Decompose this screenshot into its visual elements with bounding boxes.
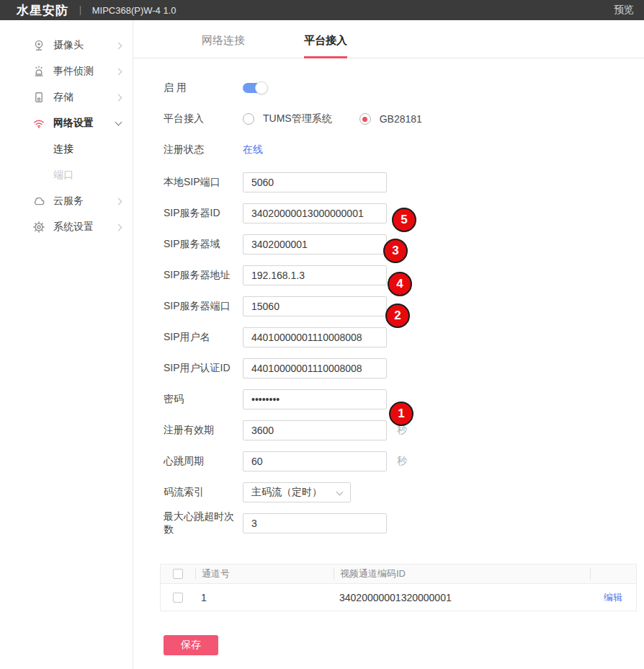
radio-tums-label: TUMS管理系统 [263, 112, 332, 125]
sip-server-domain-input[interactable] [243, 234, 387, 254]
sidebar: 摄像头 事件侦测 存储 网络设置 连接 端口 [0, 20, 133, 669]
radio-gb28181[interactable] [359, 113, 371, 125]
gear-icon [32, 221, 45, 234]
sidebar-item-network-settings[interactable]: 网络设置 [0, 110, 133, 136]
channel-number-cell: 1 [195, 592, 334, 603]
row-checkbox[interactable] [173, 593, 183, 603]
brand-logo: 水星安防 [17, 2, 68, 19]
chevron-right-icon [115, 223, 122, 231]
field-label: SIP用户名 [164, 331, 243, 344]
annotation-badge-5: 5 [392, 208, 416, 232]
field-label: 最大心跳超时次数 [164, 510, 243, 536]
annotation-badge-1: 1 [389, 402, 413, 426]
sidebar-subitem-label: 端口 [53, 169, 73, 182]
sidebar-item-cloud-service[interactable]: 云服务 [0, 188, 133, 214]
sip-username-input[interactable] [243, 327, 387, 347]
max-heartbeat-timeout-row: 最大心跳超时次数 [164, 513, 644, 533]
sidebar-item-label: 事件侦测 [53, 65, 116, 78]
heartbeat-period-row: 心跳周期 秒 [164, 451, 644, 471]
column-header-encode-id: 视频通道编码ID [334, 568, 590, 580]
camera-icon [32, 39, 45, 52]
device-model: MIPC368(P)W-4 1.0 [92, 5, 176, 16]
field-label: SIP服务器ID [164, 207, 243, 220]
select-all-checkbox[interactable] [173, 569, 183, 579]
annotation-badge-4: 4 [388, 272, 412, 296]
sidebar-item-event-detection[interactable]: 事件侦测 [0, 58, 133, 84]
sidebar-item-label: 摄像头 [53, 39, 116, 52]
max-heartbeat-timeout-input[interactable] [243, 513, 387, 533]
sidebar-item-storage[interactable]: 存储 [0, 84, 133, 110]
sidebar-item-system-settings[interactable]: 系统设置 [0, 214, 133, 240]
field-label: 心跳周期 [164, 455, 243, 468]
tab-platform-access[interactable]: 平台接入 [304, 34, 347, 58]
chevron-right-icon [115, 68, 122, 75]
local-sip-port-row: 本地SIP端口 [164, 172, 644, 192]
sidebar-item-label: 存储 [53, 91, 116, 104]
cloud-icon [32, 195, 45, 208]
sidebar-subitem-port[interactable]: 端口 [0, 162, 133, 188]
enable-label: 启 用 [164, 81, 243, 94]
radio-gb28181-label: GB28181 [380, 113, 422, 125]
local-sip-port-input[interactable] [243, 172, 387, 192]
chevron-down-icon [336, 488, 344, 495]
encode-id-cell: 34020000001320000001 [334, 592, 590, 603]
field-label: SIP服务器地址 [164, 269, 243, 282]
registration-status-value: 在线 [243, 143, 263, 156]
seconds-suffix: 秒 [397, 455, 407, 468]
sidebar-subitem-connection[interactable]: 连接 [0, 136, 133, 162]
registration-status-label: 注册状态 [164, 143, 243, 156]
platform-access-form: 启 用 平台接入 TUMS管理系统 GB28181 注册状态 在线 本地SIP端… [133, 58, 644, 533]
annotation-badge-2: 2 [385, 304, 410, 328]
save-button[interactable]: 保存 [164, 635, 218, 655]
sip-server-address-input[interactable] [243, 265, 387, 285]
field-label: 本地SIP端口 [164, 176, 243, 189]
platform-radio-group: TUMS管理系统 GB28181 [243, 112, 422, 125]
tab-bar: 网络连接 平台接入 [133, 20, 644, 58]
registration-validity-input[interactable] [243, 420, 387, 440]
sidebar-item-label: 云服务 [53, 195, 116, 208]
enable-toggle[interactable] [243, 83, 266, 93]
radio-tums[interactable] [243, 113, 254, 125]
annotation-badge-3: 3 [383, 239, 408, 263]
edit-link[interactable]: 编辑 [604, 592, 622, 603]
brand-separator: ｜ [76, 4, 85, 17]
enable-row: 启 用 [164, 78, 644, 98]
heartbeat-period-input[interactable] [243, 451, 387, 471]
field-label: 码流索引 [164, 486, 243, 499]
sidebar-item-label: 网络设置 [53, 117, 116, 130]
sip-auth-id-row: SIP用户认证ID [164, 358, 644, 378]
chevron-right-icon [115, 42, 122, 49]
table-header-row: 通道号 视频通道编码ID [161, 564, 636, 584]
stream-index-select[interactable]: 主码流（定时） [243, 482, 351, 502]
column-header-channel: 通道号 [195, 568, 334, 580]
alarm-icon [32, 65, 45, 78]
sip-server-port-input[interactable] [243, 296, 387, 316]
column-header-actions [590, 568, 636, 580]
sip-server-id-input[interactable] [243, 203, 387, 223]
field-label: SIP用户认证ID [164, 362, 243, 375]
sidebar-item-label: 系统设置 [53, 221, 116, 234]
registration-status-row: 注册状态 在线 [164, 140, 644, 160]
field-label: 密码 [164, 393, 243, 406]
platform-type-row: 平台接入 TUMS管理系统 GB28181 [164, 109, 644, 129]
top-bar: 水星安防 ｜ MIPC368(P)W-4 1.0 预览 [0, 0, 644, 20]
chevron-down-icon [115, 119, 122, 126]
preview-link[interactable]: 预览 [614, 4, 634, 17]
field-label: SIP服务器端口 [164, 300, 243, 313]
stream-index-row: 码流索引 主码流（定时） [164, 482, 644, 502]
tab-network-connection[interactable]: 网络连接 [202, 34, 245, 58]
chevron-right-icon [115, 94, 122, 101]
sip-username-row: SIP用户名 [164, 327, 644, 347]
sip-auth-id-input[interactable] [243, 358, 387, 378]
chevron-right-icon [115, 198, 122, 205]
toggle-knob [255, 81, 268, 94]
stream-index-value: 主码流（定时） [251, 486, 337, 499]
password-input[interactable] [243, 389, 387, 409]
channel-table: 通道号 视频通道编码ID 1 34020000001320000001 编辑 [160, 564, 637, 611]
storage-icon [32, 91, 45, 104]
main-content: 网络连接 平台接入 5 3 4 2 1 启 用 平台接入 TUMS管理系统 GB… [133, 20, 644, 669]
platform-type-label: 平台接入 [164, 112, 243, 125]
field-label: SIP服务器域 [164, 238, 243, 251]
table-row: 1 34020000001320000001 编辑 [161, 584, 636, 611]
sidebar-item-camera[interactable]: 摄像头 [0, 32, 133, 58]
